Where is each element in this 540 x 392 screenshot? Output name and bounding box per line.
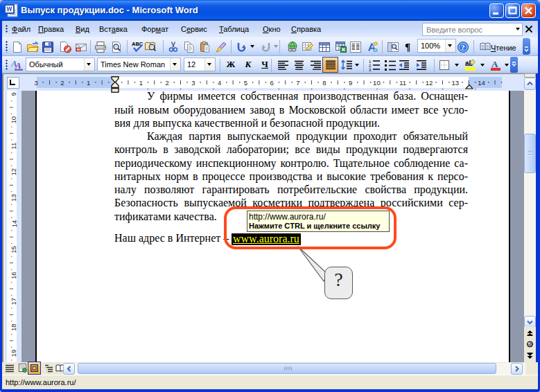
svg-text:5: 5 [244, 79, 247, 87]
svg-text:1: 1 [139, 79, 143, 87]
svg-text:3: 3 [191, 79, 195, 87]
svg-text:6: 6 [270, 79, 274, 87]
svg-text:9: 9 [349, 79, 352, 87]
svg-text:3: 3 [34, 79, 37, 87]
svg-text:1: 1 [87, 79, 90, 87]
svg-text:11: 11 [399, 79, 406, 87]
svg-text:14: 14 [478, 79, 485, 87]
svg-text:?: ? [461, 43, 465, 51]
svg-text:2: 2 [60, 79, 64, 87]
svg-text:3: 3 [369, 68, 372, 71]
svg-text:12: 12 [426, 79, 433, 87]
svg-text:13: 13 [452, 79, 460, 87]
svg-text:8: 8 [322, 79, 326, 87]
svg-text:10: 10 [373, 79, 381, 87]
svg-text:A: A [491, 59, 498, 69]
svg-text:A: A [15, 60, 21, 71]
svg-text:4: 4 [218, 79, 221, 87]
svg-text:¶: ¶ [405, 42, 410, 53]
svg-text:7: 7 [296, 79, 299, 87]
svg-text:2: 2 [165, 79, 168, 87]
